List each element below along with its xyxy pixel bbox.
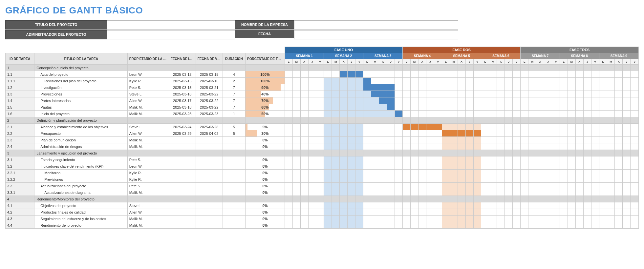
gantt-cell xyxy=(560,183,568,189)
task-row[interactable]: 3.3.1Actualizaciones de diagramaMalik M.… xyxy=(6,189,639,196)
gantt-cell xyxy=(599,202,607,209)
gantt-cell xyxy=(560,65,568,71)
section-row[interactable]: 1Concepción e inicio del proyecto xyxy=(6,65,639,71)
gantt-cell xyxy=(418,163,426,170)
task-owner: Steve L. xyxy=(127,91,169,97)
gantt-cell xyxy=(411,143,419,150)
task-id: 4.4 xyxy=(6,222,34,229)
task-row[interactable]: 1.5PautasMalik M.2025-03-182025-03-22760… xyxy=(6,104,639,111)
gantt-cell xyxy=(379,156,387,163)
gantt-cell xyxy=(615,216,623,222)
task-title: Partes interesadas xyxy=(34,97,128,104)
gantt-cell xyxy=(308,170,316,176)
task-id: 1 xyxy=(6,65,34,71)
gantt-cell xyxy=(348,143,355,150)
gantt-cell xyxy=(505,176,513,183)
gantt-cell xyxy=(450,189,458,196)
gantt-cell xyxy=(442,111,450,117)
gantt-cell xyxy=(355,78,363,84)
gantt-cell xyxy=(465,143,473,150)
gantt-cell xyxy=(308,104,316,111)
section-row[interactable]: 3Lanzamiento y ejecución del proyecto xyxy=(6,150,639,156)
gantt-cell xyxy=(489,71,497,78)
gantt-cell xyxy=(426,150,434,156)
gantt-cell xyxy=(300,196,308,202)
task-row[interactable]: 2.4Administración de riesgosMalik M.0% xyxy=(6,143,639,150)
project-manager-input[interactable] xyxy=(107,30,235,39)
section-row[interactable]: 4Rendimiento/Monitoreo del proyecto xyxy=(6,196,639,202)
task-row[interactable]: 1.3ProyeccionesSteve L.2025-03-162025-03… xyxy=(6,91,639,97)
gantt-cell xyxy=(481,84,489,91)
task-row[interactable]: 2.1Alcance y establecimiento de los obje… xyxy=(6,124,639,130)
task-due xyxy=(196,196,223,202)
gantt-cell xyxy=(458,143,465,150)
task-due: 2025-03-16 xyxy=(196,78,223,84)
gantt-cell xyxy=(403,156,411,163)
task-id: 4 xyxy=(6,196,34,202)
gantt-cell xyxy=(615,189,623,196)
task-row[interactable]: 3.2Indicadores clave del rendimiento (KP… xyxy=(6,163,639,170)
gantt-cell xyxy=(308,156,316,163)
gantt-cell xyxy=(450,117,458,124)
gantt-cell xyxy=(418,104,426,111)
task-pct: 100% xyxy=(246,78,285,84)
company-input[interactable] xyxy=(294,20,458,30)
task-row[interactable]: 2.3Plan de comunicaciónMalik M.0% xyxy=(6,137,639,143)
task-id: 3 xyxy=(6,150,34,156)
gantt-cell xyxy=(544,137,552,143)
task-owner xyxy=(127,196,169,202)
gantt-cell xyxy=(371,130,379,137)
gantt-cell xyxy=(292,117,300,124)
section-row[interactable]: 2Definición y planificación del proyecto xyxy=(6,117,639,124)
gantt-cell xyxy=(411,104,419,111)
gantt-cell xyxy=(575,137,583,143)
gantt-cell xyxy=(348,202,355,209)
day-header: X xyxy=(575,59,583,65)
gantt-cell xyxy=(355,71,363,78)
gantt-cell xyxy=(575,222,583,229)
gantt-cell xyxy=(458,163,465,170)
gantt-cell xyxy=(332,196,340,202)
gantt-cell xyxy=(465,183,473,189)
gantt-cell xyxy=(552,216,560,222)
gantt-cell xyxy=(379,143,387,150)
task-row[interactable]: 1.4Partes interesadasAllen W.2025-03-172… xyxy=(6,97,639,104)
task-row[interactable]: 3.2.2PrevisionesKylie R.0% xyxy=(6,176,639,183)
task-row[interactable]: 4.1Objetivos del proyectoSteve L.0% xyxy=(6,202,639,209)
gantt-cell xyxy=(348,111,355,117)
task-row[interactable]: 1.2InvestigaciónPete S.2025-03-152025-03… xyxy=(6,84,639,91)
day-header: X xyxy=(418,59,426,65)
day-header: J xyxy=(583,59,591,65)
gantt-cell xyxy=(497,222,505,229)
task-row[interactable]: 2.2PresupuestoAllen W.2025-03-292025-04-… xyxy=(6,130,639,137)
task-title: Revisiones del plan del proyecto xyxy=(34,78,128,84)
gantt-cell xyxy=(434,222,442,229)
task-row[interactable]: 3.1Estado y seguimientoPete S.0% xyxy=(6,156,639,163)
task-row[interactable]: 3.2.1MonitoreoKylie R.0% xyxy=(6,170,639,176)
task-row[interactable]: 1.1Acta del proyectoLeon W.2025-03-12202… xyxy=(6,71,639,78)
gantt-cell xyxy=(599,84,607,91)
task-id: 2.4 xyxy=(6,143,34,150)
gantt-cell xyxy=(387,143,395,150)
gantt-cell xyxy=(591,176,599,183)
gantt-cell xyxy=(481,163,489,170)
gantt-cell xyxy=(442,209,450,216)
gantt-cell xyxy=(575,130,583,137)
gantt-cell xyxy=(403,117,411,124)
project-title-input[interactable] xyxy=(107,20,235,30)
gantt-cell xyxy=(505,150,513,156)
day-header: L xyxy=(560,59,568,65)
gantt-cell xyxy=(505,124,513,130)
task-row[interactable]: 4.3Seguimiento del esfuerzo y de los cos… xyxy=(6,216,639,222)
task-row[interactable]: 1.1.1Revisiones del plan del proyectoKyl… xyxy=(6,78,639,84)
gantt-cell xyxy=(292,176,300,183)
task-row[interactable]: 4.4Rendimiento del proyectoMalik M.0% xyxy=(6,222,639,229)
task-row[interactable]: 3.3Actualizaciones del proyectoPete S.0% xyxy=(6,183,639,189)
task-row[interactable]: 1.6Inicio del proyectoMalik M.2025-03-23… xyxy=(6,111,639,117)
task-row[interactable]: 4.2Productos finales de calidadAllen W.0… xyxy=(6,209,639,216)
task-dur xyxy=(223,183,245,189)
date-input[interactable] xyxy=(294,30,458,39)
gantt-cell xyxy=(458,209,465,216)
gantt-cell xyxy=(379,111,387,117)
gantt-cell xyxy=(316,163,324,170)
